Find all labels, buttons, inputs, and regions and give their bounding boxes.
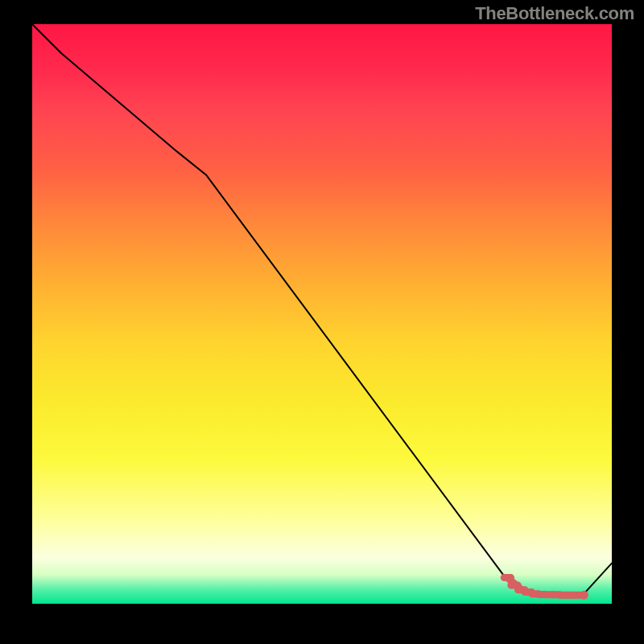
- bottleneck-zone-markers: [504, 578, 588, 600]
- bottleneck-marker-dot: [580, 591, 588, 600]
- bottleneck-curve-line: [32, 24, 612, 595]
- watermark-text: TheBottleneck.com: [475, 3, 634, 24]
- chart-svg-layer: [32, 24, 612, 604]
